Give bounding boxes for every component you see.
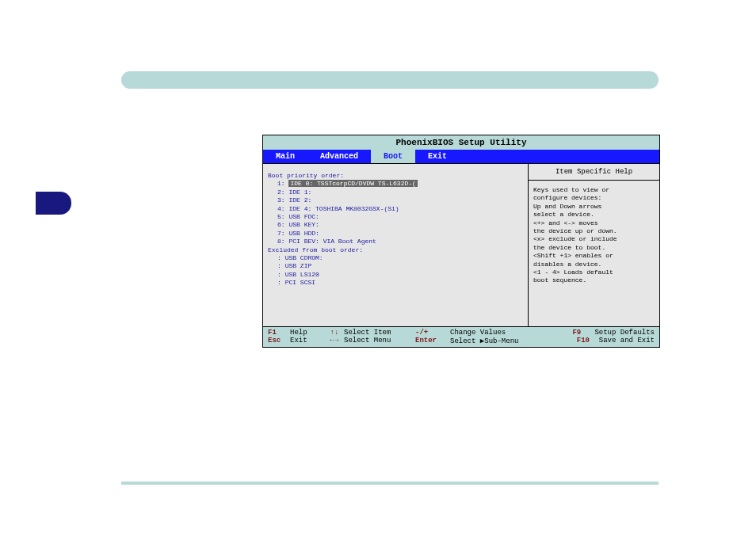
- key-f1: F1: [268, 329, 290, 337]
- excluded-item-1[interactable]: : USB CDROM:: [277, 254, 523, 262]
- label-help: Help: [290, 329, 325, 337]
- boot-priority-heading: Boot priority order:: [268, 172, 523, 180]
- bios-window: PhoenixBIOS Setup Utility Main Advanced …: [262, 135, 660, 348]
- boot-item-6[interactable]: 6: USB KEY:: [277, 221, 523, 229]
- tab-exit[interactable]: Exit: [415, 150, 460, 163]
- arrows-leftright-icon: ←→: [325, 337, 344, 345]
- excluded-item-4[interactable]: : PCI SCSI: [277, 279, 523, 287]
- key-enter: Enter: [415, 337, 450, 345]
- help-body: Keys used to view or configure devices: …: [529, 181, 659, 291]
- excluded-item-2[interactable]: : USB ZIP: [277, 262, 523, 270]
- label-exit: Exit: [290, 337, 325, 345]
- boot-item-1[interactable]: 1: IDE 0: TSSTcorpCD/DVDW TS-L632D-(: [277, 180, 523, 188]
- boot-item-3[interactable]: 3: IDE 2:: [277, 196, 523, 204]
- help-title: Item Specific Help: [529, 164, 659, 181]
- excluded-item-3[interactable]: : USB LS120: [277, 271, 523, 279]
- label-select-submenu: Select ▶Sub-Menu: [450, 337, 577, 345]
- label-change-values: Change Values: [450, 329, 572, 337]
- excluded-heading: Excluded from boot order:: [268, 246, 523, 254]
- key-plusminus: -/+: [415, 329, 450, 337]
- key-f10: F10: [577, 337, 599, 345]
- bios-tabs: Main Advanced Boot Exit: [263, 150, 659, 163]
- key-esc: Esc: [268, 337, 290, 345]
- bios-footer: F1 Help ↑↓ Select Item -/+ Change Values…: [263, 326, 659, 347]
- arrows-updown-icon: ↑↓: [325, 329, 344, 337]
- key-f9: F9: [572, 329, 594, 337]
- tab-advanced[interactable]: Advanced: [307, 150, 371, 163]
- tab-boot[interactable]: Boot: [371, 150, 415, 163]
- bottom-bar: [121, 482, 659, 485]
- bios-title: PhoenixBIOS Setup Utility: [263, 135, 659, 150]
- label-select-menu: Select Menu: [344, 337, 415, 345]
- bios-main: Boot priority order: 1: IDE 0: TSSTcorpC…: [263, 163, 659, 326]
- label-setup-defaults: Setup Defaults: [594, 329, 655, 337]
- boot-item-4[interactable]: 4: IDE 4: TOSHIBA MK8032GSX-(S1): [277, 205, 523, 213]
- boot-item-7[interactable]: 7: USB HDD:: [277, 230, 523, 238]
- label-save-exit: Save and Exit: [599, 337, 655, 345]
- help-panel: Item Specific Help Keys used to view or …: [528, 164, 659, 326]
- tab-main[interactable]: Main: [263, 150, 307, 163]
- boot-item-2[interactable]: 2: IDE 1:: [277, 188, 523, 196]
- label-select-item: Select Item: [344, 329, 415, 337]
- boot-list: Boot priority order: 1: IDE 0: TSSTcorpC…: [263, 164, 528, 326]
- boot-item-5[interactable]: 5: USB FDC:: [277, 213, 523, 221]
- top-bar: [121, 71, 659, 89]
- side-tab: [36, 192, 71, 215]
- boot-item-8[interactable]: 8: PCI BEV: VIA Boot Agent: [277, 238, 523, 246]
